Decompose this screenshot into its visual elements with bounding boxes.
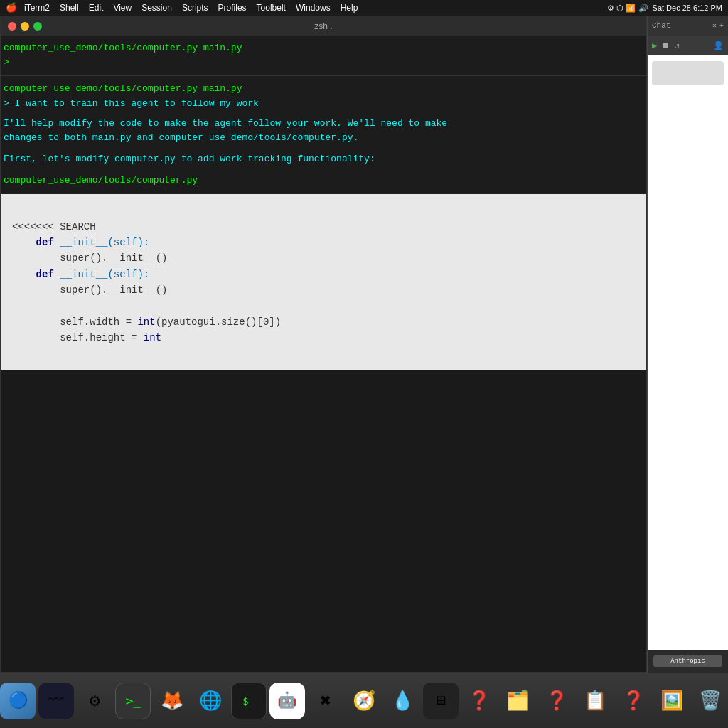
- terminal-window: zsh . computer_use_demo/tools/computer.p…: [0, 16, 647, 673]
- width-assign: self.width = int(pyautogui.size()[0]): [60, 316, 281, 328]
- menu-windows[interactable]: Windows: [296, 3, 331, 13]
- term-command-1: computer_use_demo/tools/computer.py main…: [4, 41, 643, 55]
- avatar-icon: 👤: [713, 41, 724, 51]
- menubar-items: iTerm2 Shell Edit View Session Scripts P…: [24, 3, 607, 13]
- right-panel-titlebar: Chat ✕ +: [648, 16, 728, 36]
- right-panel-title: Chat: [652, 21, 670, 30]
- menu-help[interactable]: Help: [341, 3, 358, 13]
- dock-unknown1[interactable]: ❓: [461, 682, 497, 719]
- term-response-3: First, let's modify computer.py to add w…: [4, 152, 643, 166]
- dock-firefox[interactable]: 🦊: [154, 682, 189, 719]
- code-block: <<<<<<< SEARCH def __init__(self): super…: [1, 194, 646, 370]
- search-header: <<<<<<< SEARCH: [12, 221, 96, 232]
- apple-menu[interactable]: 🍎: [6, 2, 17, 14]
- refresh-icon[interactable]: ↺: [674, 41, 679, 51]
- dock-launchpad[interactable]: ⊞: [423, 682, 459, 719]
- trash-icon: 🗑️: [699, 690, 722, 712]
- dock-terminal[interactable]: $_: [231, 682, 267, 719]
- anthropic-button[interactable]: Anthropic: [653, 655, 722, 667]
- dock-trash[interactable]: 🗑️: [692, 682, 728, 719]
- super-call-1: super().__init__(): [60, 252, 167, 264]
- dock-chatgpt[interactable]: 🤖: [269, 682, 305, 719]
- right-panel: Chat ✕ + ▶ ⏹ ↺ 👤 Anthropic: [647, 16, 728, 673]
- main-layout: zsh . computer_use_demo/tools/computer.p…: [0, 16, 728, 673]
- unknown2-icon: ❓: [545, 690, 568, 712]
- right-panel-toolbar: ▶ ⏹ ↺ 👤: [648, 36, 728, 55]
- term-response-2: changes to both main.py and computer_use…: [4, 131, 643, 145]
- right-panel-plus[interactable]: +: [719, 22, 724, 30]
- right-panel-content: [648, 55, 728, 650]
- menu-view[interactable]: View: [113, 3, 132, 13]
- def-keyword-1: def: [36, 237, 54, 248]
- menu-session[interactable]: Session: [141, 3, 172, 13]
- term-filepath: computer_use_demo/tools/computer.py: [4, 173, 643, 188]
- menubar-right: ⚙ ⬡ 📶 🔊 Sat Dec 28 6:12 PM: [607, 4, 722, 13]
- dock-unknown3[interactable]: ❓: [616, 682, 651, 719]
- docs-icon: 📋: [584, 690, 606, 712]
- firefox-icon: 🦊: [161, 690, 183, 712]
- tab-title[interactable]: zsh .: [314, 21, 332, 31]
- dock-preview[interactable]: 🖼️: [654, 682, 690, 719]
- dock-safari[interactable]: 🧭: [346, 682, 382, 719]
- menu-toolbelt[interactable]: Toolbelt: [257, 3, 286, 13]
- menubar: 🍎 iTerm2 Shell Edit View Session Scripts…: [0, 0, 728, 16]
- dock-freeform[interactable]: 〰: [38, 682, 74, 719]
- system-prefs-icon: ⚙️: [89, 690, 100, 712]
- term-prompt-1: >: [4, 55, 643, 70]
- dock-finder[interactable]: 🔵: [0, 682, 36, 719]
- menu-scripts[interactable]: Scripts: [182, 3, 208, 13]
- chrome-icon: 🌐: [199, 690, 222, 712]
- menubar-icons: ⚙ ⬡ 📶 🔊: [607, 4, 648, 13]
- dock-cabinet[interactable]: 🗂️: [500, 682, 535, 719]
- menubar-datetime: Sat Dec 28 6:12 PM: [653, 4, 722, 12]
- dock-inkdrop[interactable]: 💧: [385, 682, 420, 719]
- finder-icon: 🔵: [9, 691, 28, 710]
- height-assign: self.height = int: [60, 332, 161, 343]
- inkdrop-icon: 💧: [391, 690, 414, 712]
- dock-chrome[interactable]: 🌐: [193, 682, 228, 719]
- stop-icon[interactable]: ⏹: [661, 41, 670, 51]
- dock-iterm2[interactable]: >_: [115, 682, 151, 719]
- dock-system-prefs[interactable]: ⚙️: [77, 682, 112, 719]
- term-block-1: computer_use_demo/tools/computer.py main…: [1, 36, 646, 76]
- init-method-1: __init__(self):: [60, 237, 149, 248]
- menu-profiles[interactable]: Profiles: [218, 3, 247, 13]
- preview-icon: 🖼️: [660, 690, 683, 712]
- cabinet-icon: 🗂️: [506, 690, 529, 712]
- iterm2-icon: >_: [126, 693, 141, 708]
- menu-shell[interactable]: Shell: [60, 3, 79, 13]
- terminal-titlebar: zsh .: [1, 16, 646, 36]
- safari-icon: 🧭: [353, 690, 375, 712]
- dock-docs[interactable]: 📋: [577, 682, 613, 719]
- dock-crossover[interactable]: ✖️: [308, 682, 343, 719]
- menu-edit[interactable]: Edit: [89, 3, 104, 13]
- def-keyword-2: def: [36, 269, 54, 280]
- super-call-2: super().__init__(): [60, 284, 167, 296]
- unknown1-icon: ❓: [468, 690, 491, 712]
- unknown3-icon: ❓: [622, 690, 645, 712]
- close-button[interactable]: [8, 22, 16, 31]
- term-block-2: computer_use_demo/tools/computer.py main…: [1, 76, 646, 194]
- right-panel-close[interactable]: ✕: [712, 21, 717, 30]
- chat-input-area[interactable]: [652, 61, 724, 85]
- freeform-icon: 〰: [48, 691, 64, 710]
- term-command-2: computer_use_demo/tools/computer.py main…: [4, 82, 643, 96]
- chatgpt-icon: 🤖: [277, 691, 296, 710]
- menu-iterm2[interactable]: iTerm2: [24, 3, 50, 13]
- right-panel-footer: Anthropic: [648, 650, 728, 673]
- crossover-icon: ✖️: [320, 690, 331, 712]
- maximize-button[interactable]: [33, 22, 42, 31]
- terminal-content[interactable]: computer_use_demo/tools/computer.py main…: [1, 36, 646, 672]
- minimize-button[interactable]: [21, 22, 29, 31]
- dock-unknown2[interactable]: ❓: [539, 682, 574, 719]
- terminal-icon: $_: [242, 695, 255, 707]
- term-response-1: I'll help modify the code to make the ag…: [4, 117, 643, 131]
- dock: 🔵 〰 ⚙️ >_ 🦊 🌐 $_ 🤖 ✖️ 🧭 💧 ⊞ ❓: [0, 673, 728, 728]
- play-icon[interactable]: ▶: [652, 41, 657, 51]
- init-method-2: __init__(self):: [60, 269, 149, 280]
- launchpad-icon: ⊞: [437, 691, 446, 710]
- term-input-2: > I want to train this agent to follow m…: [4, 97, 643, 111]
